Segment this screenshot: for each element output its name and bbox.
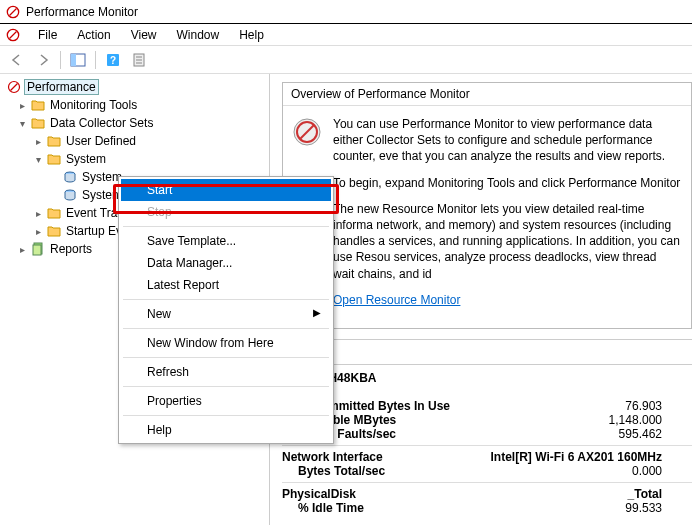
overview-text: You can use Performance Monitor to view … bbox=[333, 116, 681, 318]
expander-icon[interactable]: ▸ bbox=[32, 226, 44, 237]
svg-text:?: ? bbox=[110, 55, 116, 66]
expander-icon[interactable]: ▸ bbox=[16, 100, 28, 111]
overview-p2: To begin, expand Monitoring Tools and cl… bbox=[333, 175, 681, 191]
tree-root-performance[interactable]: Performance bbox=[0, 78, 269, 96]
ctx-start[interactable]: Start bbox=[121, 179, 331, 201]
stat-value: 99.533 bbox=[482, 501, 662, 515]
disk-value: _Total bbox=[482, 487, 662, 501]
ctx-properties[interactable]: Properties bbox=[121, 390, 331, 412]
toolbar-separator bbox=[95, 51, 96, 69]
app-icon bbox=[6, 5, 20, 19]
tree-data-collector-sets[interactable]: ▾ Data Collector Sets bbox=[0, 114, 269, 132]
show-hide-tree-button[interactable] bbox=[67, 49, 89, 71]
stat-value: 595.462 bbox=[482, 427, 662, 441]
svg-rect-17 bbox=[33, 245, 41, 255]
ctx-separator bbox=[123, 386, 329, 387]
toolbar: ? bbox=[0, 46, 692, 74]
app-icon-small bbox=[6, 28, 20, 42]
tree-label: Monitoring Tools bbox=[48, 98, 139, 112]
stat-value: 76.903 bbox=[482, 399, 662, 413]
expander-icon[interactable]: ▸ bbox=[16, 244, 28, 255]
collector-icon bbox=[63, 188, 77, 202]
svg-rect-5 bbox=[71, 54, 76, 66]
netif-label: Network Interface bbox=[282, 450, 482, 464]
svg-line-1 bbox=[10, 8, 17, 15]
stat-value: 0.000 bbox=[482, 464, 662, 478]
tree-label: Systen bbox=[80, 188, 121, 202]
ctx-stop: Stop bbox=[121, 201, 331, 223]
overview-title: Overview of Performance Monitor bbox=[283, 83, 691, 106]
netif-value: Intel[R] Wi-Fi 6 AX201 160MHz bbox=[482, 450, 662, 464]
folder-icon bbox=[47, 224, 61, 238]
ctx-data-manager[interactable]: Data Manager... bbox=[121, 252, 331, 274]
folder-icon bbox=[47, 206, 61, 220]
reports-icon bbox=[31, 242, 45, 256]
stat-value: 1,148.000 bbox=[482, 413, 662, 427]
menu-action[interactable]: Action bbox=[69, 26, 118, 44]
expander-icon[interactable]: ▾ bbox=[16, 118, 28, 129]
ctx-separator bbox=[123, 415, 329, 416]
summary-section: mmary KTOP-GH48KBA emory % Committed Byt… bbox=[282, 339, 692, 525]
folder-icon bbox=[31, 98, 45, 112]
back-button[interactable] bbox=[6, 49, 28, 71]
perfmon-icon bbox=[7, 80, 21, 94]
ctx-separator bbox=[123, 357, 329, 358]
tree-label: Reports bbox=[48, 242, 94, 256]
tree-monitoring-tools[interactable]: ▸ Monitoring Tools bbox=[0, 96, 269, 114]
menu-window[interactable]: Window bbox=[169, 26, 228, 44]
tree-label: Performance bbox=[24, 79, 99, 95]
tree-label: Event Trac bbox=[64, 206, 125, 220]
ctx-separator bbox=[123, 328, 329, 329]
ctx-save-template[interactable]: Save Template... bbox=[121, 230, 331, 252]
ctx-refresh[interactable]: Refresh bbox=[121, 361, 331, 383]
folder-icon bbox=[47, 134, 61, 148]
tree-system[interactable]: ▾ System bbox=[0, 150, 269, 168]
folder-icon bbox=[31, 116, 45, 130]
menu-file[interactable]: File bbox=[30, 26, 65, 44]
tree-label: Startup Ev bbox=[64, 224, 124, 238]
window-title: Performance Monitor bbox=[26, 5, 138, 19]
ctx-new[interactable]: New▶ bbox=[121, 303, 331, 325]
menu-view[interactable]: View bbox=[123, 26, 165, 44]
perfmon-large-icon bbox=[291, 116, 323, 148]
overview-box: Overview of Performance Monitor You can … bbox=[282, 82, 692, 329]
ctx-new-label: New bbox=[147, 307, 171, 321]
toolbar-separator bbox=[60, 51, 61, 69]
folder-icon bbox=[47, 152, 61, 166]
collector-icon bbox=[63, 170, 77, 184]
svg-line-3 bbox=[10, 31, 17, 38]
context-menu: Start Stop Save Template... Data Manager… bbox=[118, 176, 334, 444]
ctx-separator bbox=[123, 226, 329, 227]
stat-label: Bytes Total/sec bbox=[282, 464, 482, 478]
disk-label: PhysicalDisk bbox=[282, 487, 482, 501]
ctx-new-window[interactable]: New Window from Here bbox=[121, 332, 331, 354]
help-button[interactable]: ? bbox=[102, 49, 124, 71]
ctx-separator bbox=[123, 299, 329, 300]
overview-p3: The new Resource Monitor lets you view d… bbox=[333, 201, 681, 282]
main-content: Performance ▸ Monitoring Tools ▾ Data Co… bbox=[0, 74, 692, 525]
tree-label: Data Collector Sets bbox=[48, 116, 155, 130]
expander-icon[interactable]: ▸ bbox=[32, 136, 44, 147]
tree-label: User Defined bbox=[64, 134, 138, 148]
ctx-help[interactable]: Help bbox=[121, 419, 331, 441]
forward-button[interactable] bbox=[32, 49, 54, 71]
menu-help[interactable]: Help bbox=[231, 26, 272, 44]
tree-label: System bbox=[64, 152, 108, 166]
expander-icon[interactable]: ▾ bbox=[32, 154, 44, 165]
summary-header: mmary bbox=[282, 340, 692, 365]
menu-bar: File Action View Window Help bbox=[0, 24, 692, 46]
tree-user-defined[interactable]: ▸ User Defined bbox=[0, 132, 269, 150]
chevron-right-icon: ▶ bbox=[313, 307, 321, 318]
svg-line-13 bbox=[11, 84, 18, 91]
open-resource-monitor-link[interactable]: Open Resource Monitor bbox=[333, 293, 460, 307]
ctx-latest-report[interactable]: Latest Report bbox=[121, 274, 331, 296]
overview-p1: You can use Performance Monitor to view … bbox=[333, 116, 681, 165]
title-bar: Performance Monitor bbox=[0, 0, 692, 24]
expander-icon[interactable]: ▸ bbox=[32, 208, 44, 219]
properties-button[interactable] bbox=[128, 49, 150, 71]
stat-label: % Idle Time bbox=[282, 501, 482, 515]
